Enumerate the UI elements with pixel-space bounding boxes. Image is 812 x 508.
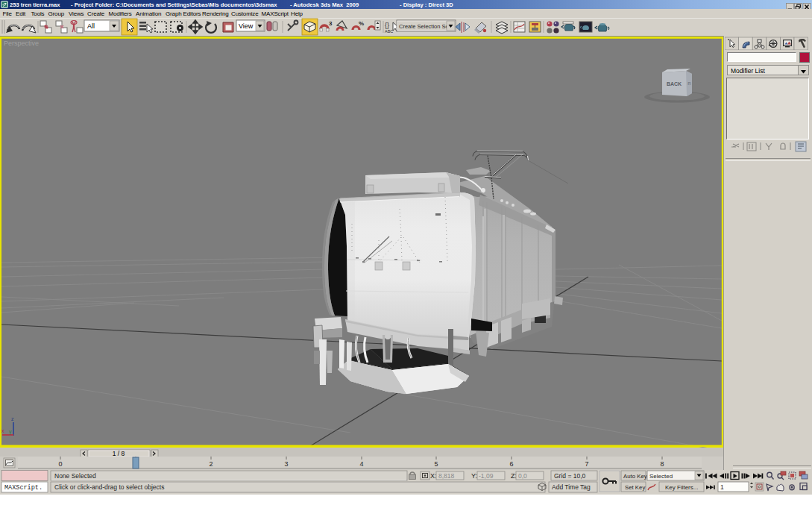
svg-text:Create Selection Set: Create Selection Set [399,23,451,30]
svg-text:Perspective: Perspective [4,40,39,47]
svg-text:ABC: ABC [385,29,393,34]
svg-text:BACK: BACK [667,81,682,87]
svg-text:4: 4 [359,460,363,468]
svg-text:Y:: Y: [471,472,477,480]
svg-text:0,0: 0,0 [518,472,527,480]
svg-text:6: 6 [509,460,513,468]
svg-text:7: 7 [585,460,588,468]
svg-text:2: 2 [209,460,213,468]
svg-text:Auto Key: Auto Key [623,473,647,480]
svg-text:Click or click-and-drag to sel: Click or click-and-drag to select object… [54,483,164,491]
svg-text:R: R [687,81,691,86]
svg-text:-1,09: -1,09 [479,472,494,480]
svg-text:{}: {} [385,22,389,29]
svg-text:8,818: 8,818 [438,472,455,480]
svg-text:z: z [11,416,14,421]
svg-text:%: % [359,20,364,27]
svg-text:1: 1 [720,483,724,491]
svg-text:X:: X: [430,472,437,480]
svg-text:Key Filters...: Key Filters... [665,484,698,491]
svg-text:8: 8 [660,460,664,468]
svg-text:y: y [9,429,12,435]
svg-text:Grid = 10,0: Grid = 10,0 [554,472,586,480]
svg-text:0: 0 [58,460,62,468]
svg-text:MAXScript.: MAXScript. [4,484,43,492]
svg-text:3: 3 [329,20,333,27]
svg-text:None Selected: None Selected [54,472,96,480]
svg-text:View: View [239,22,254,30]
svg-text:Set Key: Set Key [625,484,645,491]
svg-text:5: 5 [434,460,438,468]
svg-text:Selected: Selected [649,473,673,480]
svg-text:x: x [1,428,4,433]
svg-text:3: 3 [284,460,288,468]
svg-text:Add Time Tag: Add Time Tag [552,483,591,491]
svg-text:All: All [87,22,95,30]
